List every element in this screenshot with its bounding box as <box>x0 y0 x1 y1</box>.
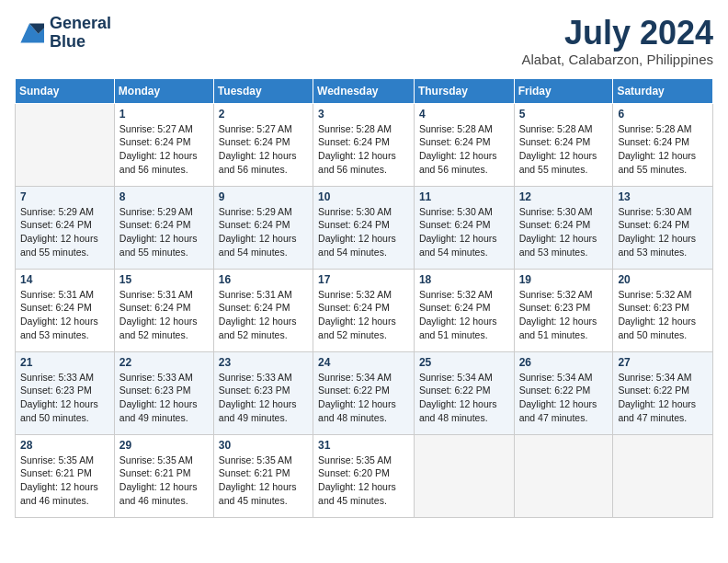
calendar-cell: 19Sunrise: 5:32 AM Sunset: 6:23 PM Dayli… <box>514 269 613 351</box>
calendar-week-5: 28Sunrise: 5:35 AM Sunset: 6:21 PM Dayli… <box>16 434 713 517</box>
calendar-cell: 13Sunrise: 5:30 AM Sunset: 6:24 PM Dayli… <box>613 186 713 269</box>
day-info: Sunrise: 5:35 AM Sunset: 6:21 PM Dayligh… <box>219 454 308 508</box>
calendar-cell: 24Sunrise: 5:34 AM Sunset: 6:22 PM Dayli… <box>313 351 415 434</box>
logo-line2: Blue <box>50 33 111 52</box>
day-info: Sunrise: 5:30 AM Sunset: 6:24 PM Dayligh… <box>519 205 609 259</box>
day-info: Sunrise: 5:31 AM Sunset: 6:24 PM Dayligh… <box>119 288 209 342</box>
calendar-cell: 4Sunrise: 5:28 AM Sunset: 6:24 PM Daylig… <box>414 103 514 186</box>
day-info: Sunrise: 5:34 AM Sunset: 6:22 PM Dayligh… <box>618 371 708 425</box>
day-number: 28 <box>20 439 109 452</box>
day-number: 23 <box>219 356 308 369</box>
calendar-cell: 22Sunrise: 5:33 AM Sunset: 6:23 PM Dayli… <box>114 351 213 434</box>
calendar-cell: 16Sunrise: 5:31 AM Sunset: 6:24 PM Dayli… <box>213 269 313 351</box>
calendar-cell: 21Sunrise: 5:33 AM Sunset: 6:23 PM Dayli… <box>16 351 115 434</box>
column-header-thursday: Thursday <box>414 78 514 103</box>
day-info: Sunrise: 5:28 AM Sunset: 6:24 PM Dayligh… <box>318 122 409 177</box>
calendar-cell: 29Sunrise: 5:35 AM Sunset: 6:21 PM Dayli… <box>114 434 213 517</box>
calendar-cell: 12Sunrise: 5:30 AM Sunset: 6:24 PM Dayli… <box>514 186 613 269</box>
calendar-cell: 8Sunrise: 5:29 AM Sunset: 6:24 PM Daylig… <box>114 186 213 269</box>
calendar-table: SundayMondayTuesdayWednesdayThursdayFrid… <box>15 78 713 518</box>
day-info: Sunrise: 5:35 AM Sunset: 6:21 PM Dayligh… <box>20 454 109 508</box>
day-info: Sunrise: 5:35 AM Sunset: 6:20 PM Dayligh… <box>318 454 409 508</box>
day-number: 14 <box>20 273 109 286</box>
day-number: 12 <box>519 190 609 203</box>
calendar-cell: 14Sunrise: 5:31 AM Sunset: 6:24 PM Dayli… <box>16 269 115 351</box>
calendar-cell: 15Sunrise: 5:31 AM Sunset: 6:24 PM Dayli… <box>114 269 213 351</box>
calendar-cell: 3Sunrise: 5:28 AM Sunset: 6:24 PM Daylig… <box>313 103 415 186</box>
day-number: 21 <box>20 356 109 369</box>
column-header-sunday: Sunday <box>16 78 115 103</box>
day-info: Sunrise: 5:29 AM Sunset: 6:24 PM Dayligh… <box>219 205 308 259</box>
column-header-friday: Friday <box>514 78 613 103</box>
day-info: Sunrise: 5:31 AM Sunset: 6:24 PM Dayligh… <box>20 288 109 342</box>
day-number: 22 <box>119 356 209 369</box>
day-number: 8 <box>119 190 209 203</box>
day-number: 29 <box>119 439 209 452</box>
column-header-monday: Monday <box>114 78 213 103</box>
day-number: 16 <box>219 273 308 286</box>
title-block: July 2024 Alabat, Calabarzon, Philippine… <box>522 15 713 67</box>
day-info: Sunrise: 5:35 AM Sunset: 6:21 PM Dayligh… <box>119 454 209 508</box>
day-info: Sunrise: 5:32 AM Sunset: 6:23 PM Dayligh… <box>519 288 609 342</box>
day-number: 9 <box>219 190 308 203</box>
calendar-week-3: 14Sunrise: 5:31 AM Sunset: 6:24 PM Dayli… <box>16 269 713 351</box>
day-number: 10 <box>318 190 409 203</box>
day-info: Sunrise: 5:34 AM Sunset: 6:22 PM Dayligh… <box>519 371 609 425</box>
logo-line1: General <box>50 15 111 33</box>
calendar-cell: 25Sunrise: 5:34 AM Sunset: 6:22 PM Dayli… <box>414 351 514 434</box>
location: Alabat, Calabarzon, Philippines <box>522 52 713 67</box>
day-info: Sunrise: 5:33 AM Sunset: 6:23 PM Dayligh… <box>219 371 308 425</box>
day-number: 30 <box>219 439 308 452</box>
calendar-cell <box>16 103 115 186</box>
calendar-cell: 11Sunrise: 5:30 AM Sunset: 6:24 PM Dayli… <box>414 186 514 269</box>
calendar-cell: 7Sunrise: 5:29 AM Sunset: 6:24 PM Daylig… <box>16 186 115 269</box>
day-info: Sunrise: 5:28 AM Sunset: 6:24 PM Dayligh… <box>419 122 509 177</box>
day-info: Sunrise: 5:27 AM Sunset: 6:24 PM Dayligh… <box>119 122 209 177</box>
calendar-cell: 26Sunrise: 5:34 AM Sunset: 6:22 PM Dayli… <box>514 351 613 434</box>
day-number: 24 <box>318 356 409 369</box>
day-info: Sunrise: 5:34 AM Sunset: 6:22 PM Dayligh… <box>419 371 509 425</box>
day-number: 25 <box>419 356 509 369</box>
logo: General Blue <box>15 15 111 52</box>
calendar-cell: 1Sunrise: 5:27 AM Sunset: 6:24 PM Daylig… <box>114 103 213 186</box>
day-info: Sunrise: 5:32 AM Sunset: 6:24 PM Dayligh… <box>419 288 509 342</box>
day-info: Sunrise: 5:28 AM Sunset: 6:24 PM Dayligh… <box>519 122 609 177</box>
day-info: Sunrise: 5:30 AM Sunset: 6:24 PM Dayligh… <box>318 205 409 259</box>
calendar-cell: 17Sunrise: 5:32 AM Sunset: 6:24 PM Dayli… <box>313 269 415 351</box>
day-number: 27 <box>618 356 708 369</box>
day-number: 5 <box>519 108 609 121</box>
day-number: 3 <box>318 108 409 121</box>
calendar-cell: 20Sunrise: 5:32 AM Sunset: 6:23 PM Dayli… <box>613 269 713 351</box>
calendar-cell <box>613 434 713 517</box>
calendar-week-2: 7Sunrise: 5:29 AM Sunset: 6:24 PM Daylig… <box>16 186 713 269</box>
day-info: Sunrise: 5:32 AM Sunset: 6:23 PM Dayligh… <box>618 288 708 342</box>
day-number: 19 <box>519 273 609 286</box>
calendar-cell <box>514 434 613 517</box>
calendar-week-1: 1Sunrise: 5:27 AM Sunset: 6:24 PM Daylig… <box>16 103 713 186</box>
day-info: Sunrise: 5:33 AM Sunset: 6:23 PM Dayligh… <box>20 371 109 425</box>
calendar-cell <box>414 434 514 517</box>
day-number: 1 <box>119 108 209 121</box>
day-number: 31 <box>318 439 409 452</box>
day-number: 2 <box>219 108 308 121</box>
calendar-week-4: 21Sunrise: 5:33 AM Sunset: 6:23 PM Dayli… <box>16 351 713 434</box>
day-number: 11 <box>419 190 509 203</box>
month-year: July 2024 <box>522 15 713 52</box>
calendar-cell: 6Sunrise: 5:28 AM Sunset: 6:24 PM Daylig… <box>613 103 713 186</box>
logo-icon <box>15 20 44 46</box>
day-number: 15 <box>119 273 209 286</box>
column-header-tuesday: Tuesday <box>213 78 313 103</box>
day-info: Sunrise: 5:30 AM Sunset: 6:24 PM Dayligh… <box>419 205 509 259</box>
calendar-cell: 2Sunrise: 5:27 AM Sunset: 6:24 PM Daylig… <box>213 103 313 186</box>
calendar-cell: 28Sunrise: 5:35 AM Sunset: 6:21 PM Dayli… <box>16 434 115 517</box>
day-number: 6 <box>618 108 708 121</box>
day-info: Sunrise: 5:27 AM Sunset: 6:24 PM Dayligh… <box>219 122 308 177</box>
day-number: 18 <box>419 273 509 286</box>
day-info: Sunrise: 5:29 AM Sunset: 6:24 PM Dayligh… <box>20 205 109 259</box>
calendar-cell: 30Sunrise: 5:35 AM Sunset: 6:21 PM Dayli… <box>213 434 313 517</box>
calendar-cell: 27Sunrise: 5:34 AM Sunset: 6:22 PM Dayli… <box>613 351 713 434</box>
page-header: General Blue July 2024 Alabat, Calabarzo… <box>15 15 713 67</box>
calendar-cell: 18Sunrise: 5:32 AM Sunset: 6:24 PM Dayli… <box>414 269 514 351</box>
column-header-saturday: Saturday <box>613 78 713 103</box>
calendar-cell: 31Sunrise: 5:35 AM Sunset: 6:20 PM Dayli… <box>313 434 415 517</box>
